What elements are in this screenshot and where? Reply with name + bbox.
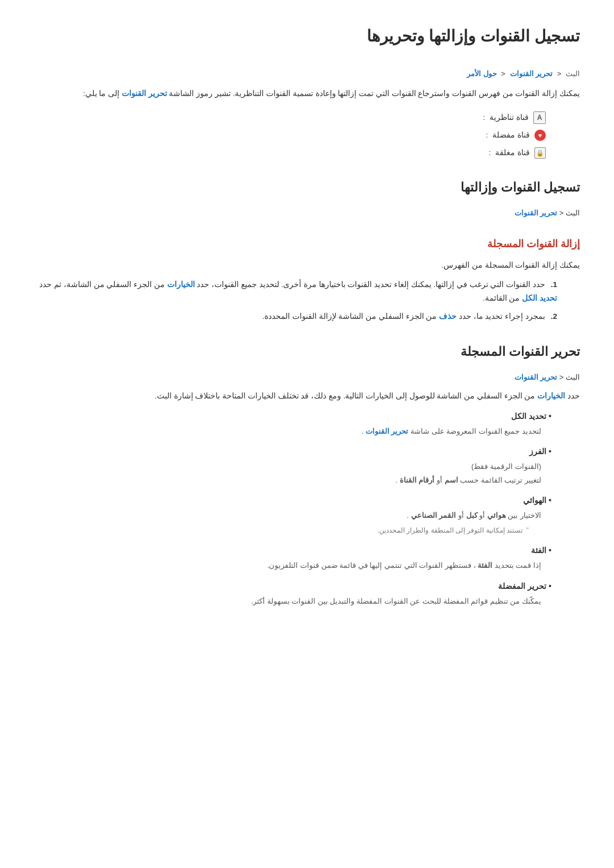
opt2-title-text: الفرز (529, 447, 546, 456)
opt3-note: " تستند إمكانية التوفر إلى المنطقة والطر… (34, 525, 529, 537)
s2-bc-prefix: البث (566, 373, 580, 381)
s1-bc-link[interactable]: تحرير القنوات (515, 209, 558, 217)
step1-num: 1. (551, 280, 557, 289)
opt2-end: . (395, 476, 397, 484)
s1-bc-sep: < (557, 209, 563, 217)
label-favorite: قناة مفضلة (492, 129, 530, 142)
step1-text2: من الجزء السفلي من الشاشة، ثم حدد (39, 280, 165, 289)
opt3-mid: أو (479, 511, 485, 520)
opt4-title: الفئة (34, 543, 551, 558)
section2-breadcrumb: البث < تحرير القنوات (34, 371, 580, 384)
opt2-bold1: اسم (445, 476, 458, 484)
step1-link2[interactable]: تحديد الكل (522, 294, 557, 302)
icon-heart (534, 130, 546, 141)
s2-bc-link[interactable]: تحرير القنوات (515, 373, 558, 381)
quote-open: " (524, 526, 529, 534)
label-locked: قناة مغلقة (495, 147, 530, 160)
top-breadcrumb: البث < تحرير القنوات < حول الأمر (34, 67, 580, 81)
opt2-title: الفرز (34, 445, 551, 459)
opt5-desc: يمكّنك من تنظيم قوائم المفضلة للبحث عن ا… (34, 595, 541, 608)
step2-link1[interactable]: حذف (439, 312, 457, 321)
opt1-desc-end: . (361, 427, 363, 435)
step-2: 2. بمجرد إجراء تحديد ما، حدد حذف من الجز… (34, 310, 563, 323)
list-item-favorite: : قناة مفضلة (34, 129, 546, 142)
step2-text1: بمجرد إجراء تحديد ما، حدد (459, 312, 545, 321)
opt3-desc: الاختيار بين هوائي أو كبل أو القمر الصنا… (34, 509, 541, 522)
intro-paragraph: يمكنك إزالة القنوات من فهرس القنوات واست… (34, 87, 580, 101)
section1-breadcrumb: البث < تحرير القنوات (34, 207, 580, 219)
list-item-locked: : قناة مغلقة 🔒 (34, 147, 546, 160)
option-edit-favorites: تحرير المفضلة يمكّنك من تنظيم قوائم المف… (34, 579, 551, 608)
step2-text2: من الجزء السفلي من الشاشة لإزالة القنوات… (262, 312, 437, 321)
icon-lock: 🔒 (534, 147, 546, 159)
step2-num: 2. (551, 312, 557, 321)
option-antenna: الهوائي الاختيار بين هوائي أو كبل أو الق… (34, 493, 551, 537)
sub-section1-title: إزالة القنوات المسجلة (34, 235, 580, 253)
opt3-end: . (406, 511, 409, 520)
colon-favorite: : (486, 129, 488, 142)
breadcrumb-text: البث < تحرير القنوات < حول الأمر (467, 69, 580, 78)
s2-intro1: حدد (567, 392, 580, 400)
opt2-sub: (القنوات الرقمية فقط) (34, 460, 541, 473)
s2-intro-link[interactable]: الخيارات (537, 392, 565, 400)
opt3-bold2: كبل (466, 511, 478, 520)
intro-link[interactable]: تحرير القنوات (122, 89, 167, 98)
opt1-desc-link[interactable]: تحرير القنوات (366, 427, 409, 435)
steps-list: 1. حدد القنوات التي ترغب في إزالتها. يمك… (34, 278, 563, 324)
section2-intro: حدد الخيارات من الجزء السفلي من الشاشة ل… (34, 389, 580, 403)
opt3-note-text: تستند إمكانية التوفر إلى المنطقة والطراز… (377, 526, 522, 534)
breadcrumb-current: حول الأمر (467, 69, 497, 78)
opt3-desc-text: الاختيار بين (508, 511, 541, 520)
label-analog: قناة تناظرية (489, 111, 529, 124)
options-list: تحديد الكل لتحديد جميع القنوات المعروضة … (34, 409, 551, 608)
breadcrumb-prefix: البث (566, 69, 580, 78)
opt5-title: تحرير المفضلة (34, 579, 551, 593)
opt4-desc1: إذا قمت بتحديد (495, 561, 541, 570)
page-title: تسجيل القنوات وإزالتها وتحريرها (34, 23, 580, 56)
opt1-title: تحديد الكل (34, 409, 551, 423)
opt4-desc: إذا قمت بتحديد الفئة ، فستظهر القنوات ال… (34, 559, 541, 572)
step1-link1[interactable]: الخيارات (167, 280, 195, 289)
breadcrumb-sep2: < (499, 69, 505, 78)
intro-text-end: إلى ما يلي: (83, 89, 119, 98)
step1-text3: من القائمة. (483, 294, 520, 302)
opt3-mid2: أو (458, 511, 464, 520)
s2-intro-cont: من الجزء السفلي من الشاشة للوصول إلى الخ… (155, 392, 535, 400)
option-select-all: تحديد الكل لتحديد جميع القنوات المعروضة … (34, 409, 551, 438)
opt4-desc2: ، فستظهر القنوات التي تنتمي إليها في قائ… (267, 561, 476, 570)
opt2-sub-text: (القنوات الرقمية فقط) (471, 462, 541, 471)
breadcrumb-link[interactable]: تحرير القنوات (510, 69, 553, 78)
s2-bc-sep: < (557, 373, 563, 381)
intro-text-main: يمكنك إزالة القنوات من فهرس القنوات واست… (169, 89, 580, 98)
section1-title: تسجيل القنوات وإزالتها (34, 177, 580, 198)
step-1: 1. حدد القنوات التي ترغب في إزالتها. يمك… (34, 278, 563, 306)
opt2-mid: أو (437, 476, 442, 484)
icon-analog: A (533, 111, 546, 124)
section2-title: تحرير القنوات المسجلة (34, 341, 580, 362)
opt3-title: الهوائي (34, 493, 551, 508)
option-sort: الفرز (القنوات الرقمية فقط) لتغيير ترتيب… (34, 445, 551, 487)
option-genre: الفئة إذا قمت بتحديد الفئة ، فستظهر القن… (34, 543, 551, 572)
opt1-desc: لتحديد جميع القنوات المعروضة على شاشة تح… (34, 425, 541, 438)
opt1-desc-text: لتحديد جميع القنوات المعروضة على شاشة (410, 427, 541, 435)
opt2-desc-text: لتغيير ترتيب القائمة حسب (460, 476, 541, 484)
icons-list: : قناة تناظرية A : قناة مفضلة : قناة مغل… (34, 111, 546, 160)
sub-section1-intro: يمكنك إزالة القنوات المسجلة من الفهرس. (34, 259, 580, 272)
list-item-analog: : قناة تناظرية A (34, 111, 546, 124)
opt3-bold1: هوائي (487, 511, 506, 520)
s1-bc-prefix: البث (566, 209, 580, 217)
colon-analog: : (483, 111, 485, 124)
opt2-desc: لتغيير ترتيب القائمة حسب اسم أو أرقام ال… (34, 474, 541, 487)
opt2-bold2: أرقام القناة (400, 476, 435, 484)
opt4-bold1: الفئة (478, 561, 492, 570)
opt3-bold3: القمر الصناعي (411, 511, 457, 520)
breadcrumb-sep1: < (555, 69, 561, 78)
colon-locked: : (488, 147, 491, 160)
step1-text1: حدد القنوات التي ترغب في إزالتها. يمكنك … (197, 280, 545, 289)
